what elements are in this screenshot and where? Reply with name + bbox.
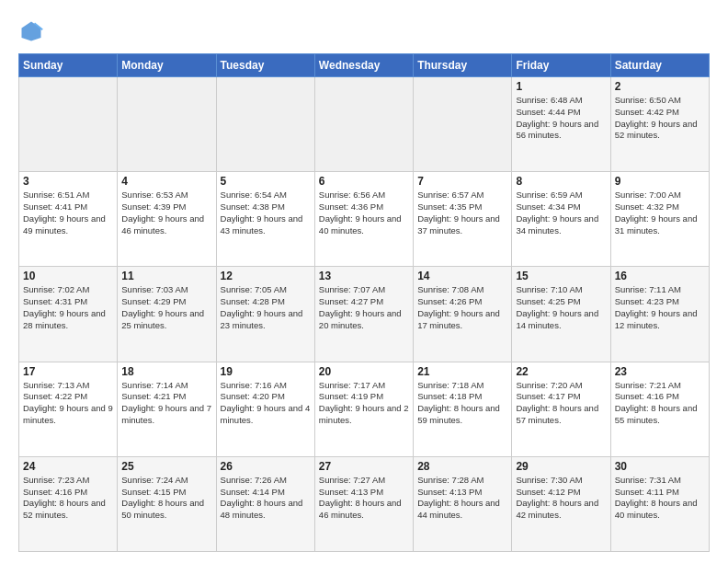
calendar-cell: 25Sunrise: 7:24 AM Sunset: 4:15 PM Dayli… (118, 456, 216, 551)
day-number: 12 (221, 270, 311, 282)
day-number: 14 (417, 270, 507, 282)
calendar-body: 1Sunrise: 6:48 AM Sunset: 4:44 PM Daylig… (19, 77, 710, 552)
day-info: Sunrise: 7:31 AM Sunset: 4:11 PM Dayligh… (615, 475, 705, 522)
day-number: 25 (121, 460, 211, 473)
header-monday: Monday (118, 54, 216, 77)
day-info: Sunrise: 6:56 AM Sunset: 4:36 PM Dayligh… (319, 190, 409, 236)
calendar-cell: 14Sunrise: 7:08 AM Sunset: 4:26 PM Dayli… (414, 267, 512, 362)
header-thursday: Thursday (414, 54, 512, 77)
day-number: 17 (23, 365, 113, 378)
week-row-2: 10Sunrise: 7:02 AM Sunset: 4:31 PM Dayli… (19, 267, 710, 362)
day-info: Sunrise: 7:08 AM Sunset: 4:26 PM Dayligh… (417, 284, 507, 331)
calendar-cell: 17Sunrise: 7:13 AM Sunset: 4:22 PM Dayli… (19, 362, 118, 456)
calendar-cell: 18Sunrise: 7:14 AM Sunset: 4:21 PM Dayli… (118, 362, 216, 456)
calendar-cell: 20Sunrise: 7:17 AM Sunset: 4:19 PM Dayli… (314, 362, 413, 456)
day-number: 18 (121, 365, 211, 378)
day-number: 1 (516, 80, 606, 93)
calendar-cell: 27Sunrise: 7:27 AM Sunset: 4:13 PM Dayli… (314, 456, 413, 551)
calendar-cell: 21Sunrise: 7:18 AM Sunset: 4:18 PM Dayli… (414, 362, 512, 456)
calendar-cell: 2Sunrise: 6:50 AM Sunset: 4:42 PM Daylig… (610, 77, 709, 172)
calendar-cell: 15Sunrise: 7:10 AM Sunset: 4:25 PM Dayli… (512, 267, 610, 362)
week-row-0: 1Sunrise: 6:48 AM Sunset: 4:44 PM Daylig… (19, 77, 710, 172)
calendar-cell: 12Sunrise: 7:05 AM Sunset: 4:28 PM Dayli… (216, 267, 314, 362)
day-number: 8 (516, 175, 606, 188)
day-info: Sunrise: 7:21 AM Sunset: 4:16 PM Dayligh… (615, 380, 705, 427)
calendar-cell: 4Sunrise: 6:53 AM Sunset: 4:39 PM Daylig… (118, 172, 216, 267)
day-number: 24 (23, 460, 113, 473)
day-info: Sunrise: 6:50 AM Sunset: 4:42 PM Dayligh… (615, 95, 705, 142)
header-tuesday: Tuesday (216, 54, 314, 77)
day-info: Sunrise: 6:59 AM Sunset: 4:34 PM Dayligh… (516, 190, 606, 236)
day-info: Sunrise: 7:07 AM Sunset: 4:27 PM Dayligh… (319, 284, 409, 331)
page: SundayMondayTuesdayWednesdayThursdayFrid… (0, 0, 728, 563)
logo-icon (18, 18, 44, 44)
day-info: Sunrise: 7:14 AM Sunset: 4:21 PM Dayligh… (121, 380, 211, 427)
calendar-cell: 30Sunrise: 7:31 AM Sunset: 4:11 PM Dayli… (610, 456, 709, 551)
calendar-cell: 9Sunrise: 7:00 AM Sunset: 4:32 PM Daylig… (610, 172, 709, 267)
week-row-1: 3Sunrise: 6:51 AM Sunset: 4:41 PM Daylig… (19, 172, 710, 267)
day-info: Sunrise: 6:54 AM Sunset: 4:38 PM Dayligh… (221, 190, 311, 236)
header-saturday: Saturday (610, 54, 709, 77)
day-number: 26 (221, 460, 311, 473)
calendar-cell (19, 77, 118, 172)
day-number: 4 (121, 175, 211, 188)
calendar-cell: 6Sunrise: 6:56 AM Sunset: 4:36 PM Daylig… (314, 172, 413, 267)
calendar-table: SundayMondayTuesdayWednesdayThursdayFrid… (18, 53, 710, 552)
day-info: Sunrise: 7:00 AM Sunset: 4:32 PM Dayligh… (615, 190, 705, 236)
day-info: Sunrise: 7:30 AM Sunset: 4:12 PM Dayligh… (516, 475, 606, 522)
day-info: Sunrise: 6:57 AM Sunset: 4:35 PM Dayligh… (417, 190, 507, 236)
day-info: Sunrise: 7:26 AM Sunset: 4:14 PM Dayligh… (221, 475, 311, 522)
day-info: Sunrise: 7:13 AM Sunset: 4:22 PM Dayligh… (23, 380, 113, 427)
day-info: Sunrise: 7:18 AM Sunset: 4:18 PM Dayligh… (417, 380, 507, 427)
day-number: 7 (417, 175, 507, 188)
calendar-cell: 28Sunrise: 7:28 AM Sunset: 4:13 PM Dayli… (414, 456, 512, 551)
calendar-cell (118, 77, 216, 172)
day-number: 11 (121, 270, 211, 282)
calendar-cell: 22Sunrise: 7:20 AM Sunset: 4:17 PM Dayli… (512, 362, 610, 456)
calendar-cell: 24Sunrise: 7:23 AM Sunset: 4:16 PM Dayli… (19, 456, 118, 551)
calendar-cell: 8Sunrise: 6:59 AM Sunset: 4:34 PM Daylig… (512, 172, 610, 267)
calendar-cell: 29Sunrise: 7:30 AM Sunset: 4:12 PM Dayli… (512, 456, 610, 551)
day-info: Sunrise: 7:27 AM Sunset: 4:13 PM Dayligh… (319, 475, 409, 522)
day-number: 16 (615, 270, 705, 282)
day-number: 5 (221, 175, 311, 188)
day-info: Sunrise: 7:11 AM Sunset: 4:23 PM Dayligh… (615, 284, 705, 331)
day-number: 22 (516, 365, 606, 378)
day-info: Sunrise: 7:24 AM Sunset: 4:15 PM Dayligh… (121, 475, 211, 522)
calendar-cell: 26Sunrise: 7:26 AM Sunset: 4:14 PM Dayli… (216, 456, 314, 551)
day-number: 6 (319, 175, 409, 188)
header-row: SundayMondayTuesdayWednesdayThursdayFrid… (19, 54, 710, 77)
header-friday: Friday (512, 54, 610, 77)
calendar-cell: 3Sunrise: 6:51 AM Sunset: 4:41 PM Daylig… (19, 172, 118, 267)
header-sunday: Sunday (19, 54, 118, 77)
svg-marker-0 (22, 22, 41, 41)
day-number: 23 (615, 365, 705, 378)
calendar-cell: 16Sunrise: 7:11 AM Sunset: 4:23 PM Dayli… (610, 267, 709, 362)
day-number: 3 (23, 175, 113, 188)
day-info: Sunrise: 7:28 AM Sunset: 4:13 PM Dayligh… (417, 475, 507, 522)
calendar-cell (414, 77, 512, 172)
day-info: Sunrise: 6:53 AM Sunset: 4:39 PM Dayligh… (121, 190, 211, 236)
calendar-cell: 10Sunrise: 7:02 AM Sunset: 4:31 PM Dayli… (19, 267, 118, 362)
day-number: 30 (615, 460, 705, 473)
header-wednesday: Wednesday (314, 54, 413, 77)
day-info: Sunrise: 7:03 AM Sunset: 4:29 PM Dayligh… (121, 284, 211, 331)
logo (18, 18, 48, 44)
day-number: 15 (516, 270, 606, 282)
day-info: Sunrise: 7:23 AM Sunset: 4:16 PM Dayligh… (23, 475, 113, 522)
day-number: 13 (319, 270, 409, 282)
calendar-cell (216, 77, 314, 172)
day-info: Sunrise: 7:16 AM Sunset: 4:20 PM Dayligh… (221, 380, 311, 427)
day-number: 19 (221, 365, 311, 378)
day-number: 28 (417, 460, 507, 473)
day-info: Sunrise: 7:10 AM Sunset: 4:25 PM Dayligh… (516, 284, 606, 331)
calendar-cell: 23Sunrise: 7:21 AM Sunset: 4:16 PM Dayli… (610, 362, 709, 456)
calendar-cell: 7Sunrise: 6:57 AM Sunset: 4:35 PM Daylig… (414, 172, 512, 267)
day-info: Sunrise: 7:02 AM Sunset: 4:31 PM Dayligh… (23, 284, 113, 331)
week-row-3: 17Sunrise: 7:13 AM Sunset: 4:22 PM Dayli… (19, 362, 710, 456)
day-number: 29 (516, 460, 606, 473)
header (18, 15, 710, 44)
day-info: Sunrise: 7:05 AM Sunset: 4:28 PM Dayligh… (221, 284, 311, 331)
day-number: 10 (23, 270, 113, 282)
calendar-cell: 11Sunrise: 7:03 AM Sunset: 4:29 PM Dayli… (118, 267, 216, 362)
